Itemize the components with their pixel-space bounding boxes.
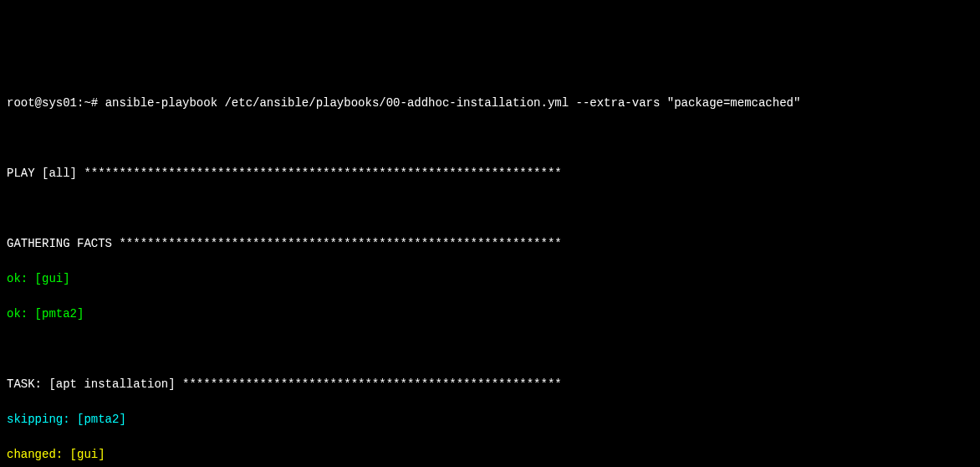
skipping-pmta2: skipping: [pmta2] <box>7 411 973 429</box>
command-line[interactable]: root@sys01:~# ansible-playbook /etc/ansi… <box>7 95 973 112</box>
shell-prompt: root@sys01:~# <box>7 96 105 110</box>
play-header: PLAY [all] *****************************… <box>7 165 973 182</box>
ok-gui: ok: [gui] <box>7 270 973 288</box>
terminal-output: root@sys01:~# ansible-playbook /etc/ansi… <box>7 77 973 467</box>
task-apt-header: TASK: [apt installation] ***************… <box>7 376 973 393</box>
ok-pmta2: ok: [pmta2] <box>7 305 973 323</box>
gathering-facts-header: GATHERING FACTS ************************… <box>7 235 973 253</box>
command-text: ansible-playbook /etc/ansible/playbooks/… <box>105 96 801 110</box>
changed-gui: changed: [gui] <box>7 446 973 464</box>
